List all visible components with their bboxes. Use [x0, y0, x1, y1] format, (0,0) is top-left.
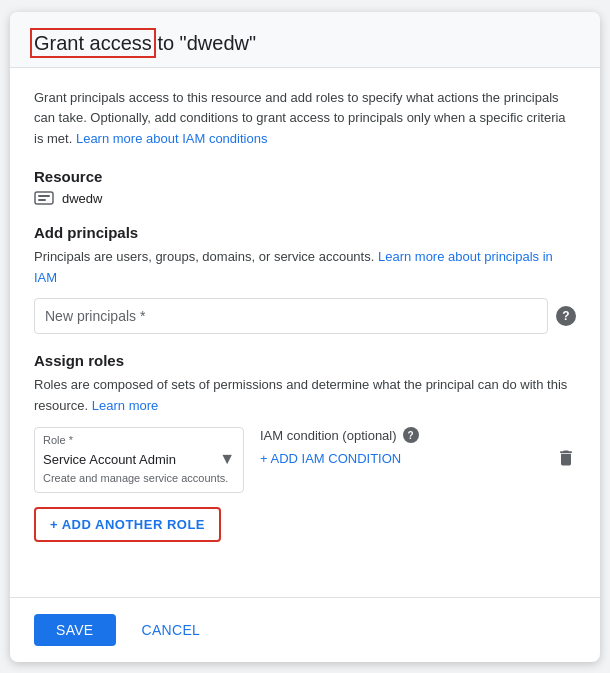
iam-condition-label: IAM condition (optional) ?	[260, 427, 540, 443]
role-box[interactable]: Role * Service Account Admin ▼ Create an…	[34, 427, 244, 493]
new-principals-row: ?	[34, 298, 576, 334]
assign-roles-title: Assign roles	[34, 352, 576, 369]
role-dropdown-arrow[interactable]: ▼	[219, 450, 235, 468]
add-another-role-button[interactable]: + ADD ANOTHER ROLE	[34, 507, 221, 542]
iam-condition-help-icon[interactable]: ?	[403, 427, 419, 443]
dialog-title: Grant access to "dwedw"	[34, 32, 576, 55]
dialog-header: Grant access to "dwedw"	[10, 12, 600, 68]
intro-description: Grant principals access to this resource…	[34, 88, 576, 150]
learn-more-link[interactable]: Learn more	[92, 398, 158, 413]
add-principals-section: Add principals Principals are users, gro…	[34, 224, 576, 335]
iam-condition-box: IAM condition (optional) ? + ADD IAM CON…	[260, 427, 540, 466]
add-principals-title: Add principals	[34, 224, 576, 241]
role-select-value: Service Account Admin	[43, 452, 176, 467]
svg-rect-0	[35, 192, 53, 204]
svg-rect-2	[38, 199, 46, 201]
role-select-row: Service Account Admin ▼	[43, 450, 235, 468]
new-principals-help-icon[interactable]: ?	[556, 306, 576, 326]
svg-rect-1	[38, 195, 50, 197]
role-condition-row: Role * Service Account Admin ▼ Create an…	[34, 427, 576, 493]
dialog-footer: SAVE CANCEL	[10, 597, 600, 662]
title-highlight: Grant access	[34, 32, 152, 54]
save-button[interactable]: SAVE	[34, 614, 116, 646]
roles-description: Roles are composed of sets of permission…	[34, 375, 576, 417]
assign-roles-section: Assign roles Roles are composed of sets …	[34, 352, 576, 542]
dialog-body: Grant principals access to this resource…	[10, 68, 600, 597]
resource-name: dwedw	[62, 191, 102, 206]
role-label: Role *	[43, 434, 235, 446]
resource-section-title: Resource	[34, 168, 576, 185]
cancel-button[interactable]: CANCEL	[126, 614, 217, 646]
delete-role-icon[interactable]	[556, 448, 576, 473]
role-description: Create and manage service accounts.	[43, 472, 235, 484]
grant-access-dialog: Grant access to "dwedw" Grant principals…	[10, 12, 600, 662]
new-principals-input[interactable]	[34, 298, 548, 334]
resource-icon	[34, 191, 54, 205]
learn-iam-link[interactable]: Learn more about IAM conditions	[76, 131, 268, 146]
add-iam-condition-button[interactable]: + ADD IAM CONDITION	[260, 451, 401, 466]
principals-description: Principals are users, groups, domains, o…	[34, 247, 576, 289]
resource-section: Resource dwedw	[34, 168, 576, 206]
resource-row: dwedw	[34, 191, 576, 206]
title-suffix: to "dwedw"	[152, 32, 256, 54]
